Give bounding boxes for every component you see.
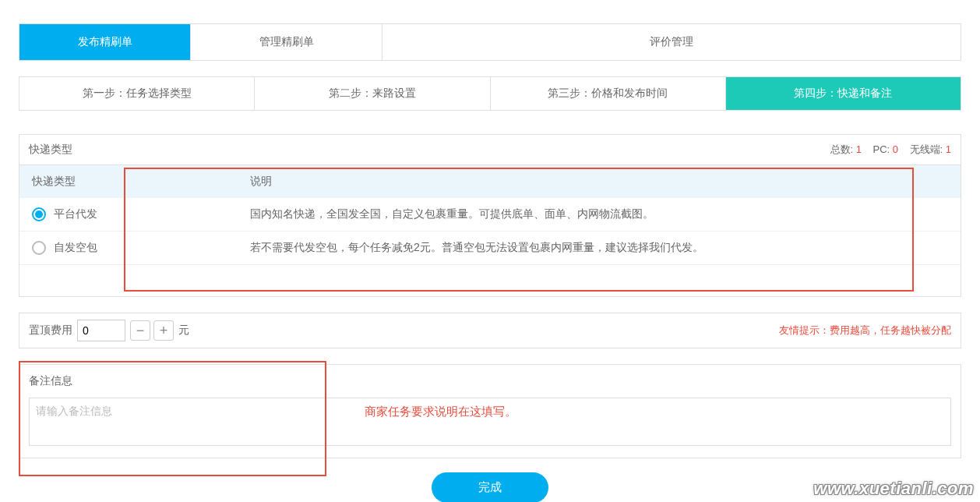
radio-icon (32, 241, 46, 255)
shipping-row: 平台代发 国内知名快递，全国发全国，自定义包裹重量。可提供底单、面单、内网物流截… (19, 198, 961, 232)
top-fee-hint: 友情提示：费用越高，任务越快被分配 (779, 323, 951, 338)
shipping-desc: 国内知名快递，全国发全国，自定义包裹重量。可提供底单、面单、内网物流截图。 (238, 198, 961, 232)
tab-manage[interactable]: 管理精刷单 (191, 24, 382, 60)
radio-platform[interactable]: 平台代发 (32, 207, 225, 221)
quantity-stepper: − + (130, 320, 174, 341)
stats-total-label: 总数: (830, 143, 854, 155)
step-1[interactable]: 第一步：任务选择类型 (19, 77, 255, 110)
tab-review[interactable]: 评价管理 (382, 24, 961, 60)
shipping-desc: 若不需要代发空包，每个任务减免2元。普通空包无法设置包裹内网重量，建议选择我们代… (238, 232, 961, 265)
panel-title: 快递类型 (29, 143, 72, 157)
top-fee-left: 置顶费用 − + 元 (29, 320, 189, 341)
stats-wireless-label: 无线端: (910, 143, 943, 155)
th-desc: 说明 (238, 165, 961, 198)
top-fee-row: 置顶费用 − + 元 友情提示：费用越高，任务越快被分配 (19, 313, 961, 348)
step-2[interactable]: 第二步：来路设置 (255, 77, 490, 110)
remarks-title: 备注信息 (29, 374, 951, 388)
tab-publish[interactable]: 发布精刷单 (19, 24, 191, 60)
step-4[interactable]: 第四步：快递和备注 (726, 77, 961, 110)
top-fee-unit: 元 (178, 323, 189, 338)
th-type: 快递类型 (19, 165, 238, 198)
top-fee-input[interactable] (77, 320, 125, 341)
shipping-row-empty (19, 265, 961, 296)
top-fee-label: 置顶费用 (29, 323, 72, 338)
stats-pc-value: 0 (893, 143, 898, 155)
step-3[interactable]: 第三步：价格和发布时间 (491, 77, 726, 110)
submit-row: 完成 (19, 472, 961, 503)
radio-self[interactable]: 自发空包 (32, 241, 225, 255)
decrement-button[interactable]: − (130, 320, 150, 341)
remarks-panel: 备注信息 (19, 364, 961, 458)
shipping-row: 自发空包 若不需要代发空包，每个任务减免2元。普通空包无法设置包裹内网重量，建议… (19, 232, 961, 265)
submit-button[interactable]: 完成 (432, 472, 548, 503)
remarks-textarea[interactable] (29, 398, 951, 446)
radio-label: 平台代发 (54, 207, 97, 221)
stats-pc-label: PC: (873, 143, 890, 155)
stats-wireless-value: 1 (946, 143, 951, 155)
stats-total-value: 1 (856, 143, 862, 155)
main-tabs: 发布精刷单 管理精刷单 评价管理 (19, 23, 961, 61)
increment-button[interactable]: + (153, 320, 174, 341)
stats: 总数: 1 PC: 0 无线端: 1 (830, 143, 951, 157)
shipping-panel-header: 快递类型 总数: 1 PC: 0 无线端: 1 (19, 135, 961, 165)
remarks-wrap: 备注信息 商家任务要求说明在这填写。 (19, 364, 961, 458)
radio-icon (32, 207, 46, 221)
step-tabs: 第一步：任务选择类型 第二步：来路设置 第三步：价格和发布时间 第四步：快递和备… (19, 76, 961, 111)
shipping-table: 快递类型 说明 平台代发 国内知名快递，全国发全国，自定义包裹重量。可提供底单、… (19, 165, 961, 296)
shipping-panel: 快递类型 总数: 1 PC: 0 无线端: 1 快递类型 说明 (19, 134, 961, 297)
radio-label: 自发空包 (54, 241, 97, 255)
